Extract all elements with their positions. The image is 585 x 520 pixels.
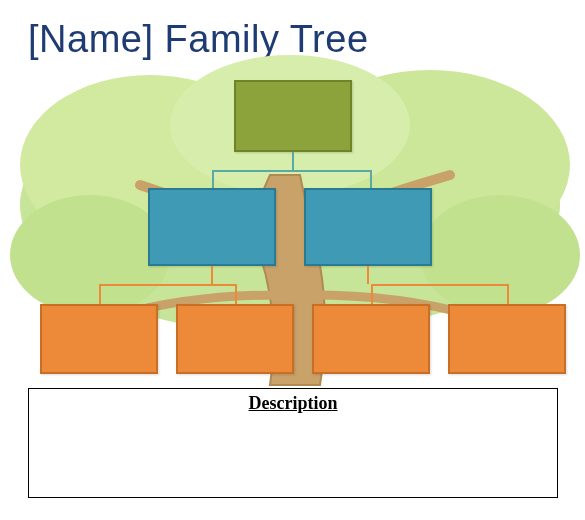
connector bbox=[367, 266, 369, 284]
connector bbox=[235, 284, 237, 304]
connector bbox=[212, 170, 372, 172]
connector bbox=[370, 170, 372, 188]
tree-node-level3[interactable] bbox=[40, 304, 158, 374]
document-page: [Name] Family Tree bbox=[0, 0, 585, 520]
family-tree-chart bbox=[0, 80, 585, 400]
tree-node-level2[interactable] bbox=[304, 188, 432, 266]
connector bbox=[99, 284, 101, 304]
connector bbox=[371, 284, 509, 286]
connector bbox=[211, 266, 213, 284]
tree-node-root[interactable] bbox=[234, 80, 352, 152]
tree-node-level2[interactable] bbox=[148, 188, 276, 266]
connector bbox=[99, 284, 237, 286]
tree-node-level3[interactable] bbox=[448, 304, 566, 374]
connector bbox=[371, 284, 373, 304]
tree-node-level3[interactable] bbox=[312, 304, 430, 374]
connector bbox=[212, 170, 214, 188]
description-heading: Description bbox=[29, 393, 557, 414]
description-box[interactable]: Description bbox=[28, 388, 558, 498]
connector bbox=[507, 284, 509, 304]
tree-node-level3[interactable] bbox=[176, 304, 294, 374]
connector bbox=[292, 152, 294, 170]
